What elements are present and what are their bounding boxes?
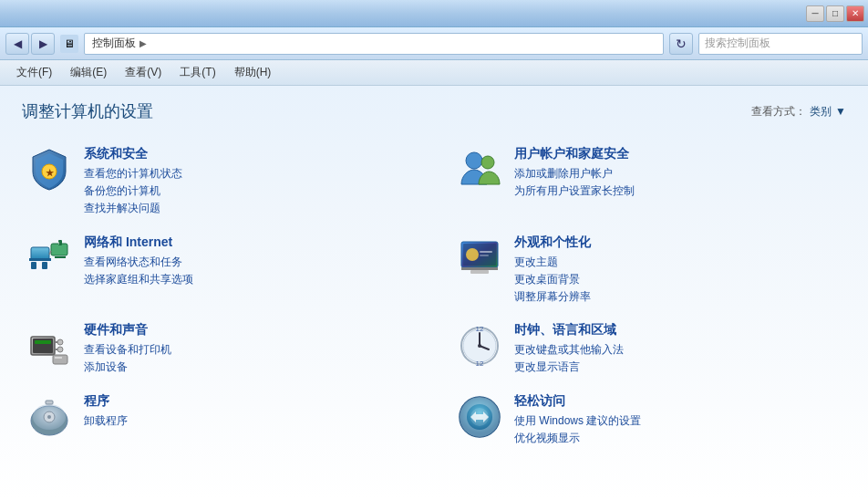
search-box[interactable]: 搜索控制面板 xyxy=(698,33,863,55)
category-title-programs[interactable]: 程序 xyxy=(84,393,412,410)
category-link-appearance[interactable]: 更改主题 xyxy=(514,254,842,271)
svg-point-3 xyxy=(481,156,494,169)
svg-rect-19 xyxy=(480,255,489,256)
svg-rect-6 xyxy=(31,262,36,269)
svg-text:12: 12 xyxy=(476,359,484,368)
category-link-users[interactable]: 为所有用户设置家长控制 xyxy=(514,182,842,200)
svg-point-24 xyxy=(57,339,63,345)
users-icon xyxy=(456,146,503,193)
view-mode-arrow: ▼ xyxy=(835,105,846,118)
svg-rect-4 xyxy=(31,247,49,260)
address-path[interactable]: 控制面板 ▶ xyxy=(84,33,664,55)
category-title-network[interactable]: 网络和 Internet xyxy=(84,234,412,251)
categories-grid: ★ 系统和安全查看您的计算机状态备份您的计算机查找并解决问题 用户帐户和家庭安全… xyxy=(22,141,846,453)
address-bar: ◀ ▶ 🖥 控制面板 ▶ ↻ 搜索控制面板 xyxy=(0,27,868,60)
svg-rect-18 xyxy=(480,251,492,253)
security-icon: ★ xyxy=(26,146,73,193)
category-item-security[interactable]: ★ 系统和安全查看您的计算机状态备份您的计算机查找并解决问题 xyxy=(22,141,416,224)
menu-bar: 文件(F) 编辑(E) 查看(V) 工具(T) 帮助(H) xyxy=(0,60,868,86)
category-item-clock[interactable]: 12 12 时钟、语言和区域更改键盘或其他输入法更改显示语言 xyxy=(452,317,846,381)
main-content: 调整计算机的设置 查看方式： 类别 ▼ ★ 系统和安全查看您的计算机状态备份您的… xyxy=(0,86,868,500)
svg-rect-40 xyxy=(46,401,53,404)
category-link-security[interactable]: 备份您的计算机 xyxy=(84,182,412,200)
access-icon xyxy=(456,393,503,441)
menu-tools[interactable]: 工具(T) xyxy=(172,62,222,83)
category-link-security[interactable]: 查看您的计算机状态 xyxy=(84,165,412,182)
svg-point-26 xyxy=(57,347,63,352)
restore-button[interactable]: □ xyxy=(826,5,844,22)
category-link-appearance[interactable]: 调整屏幕分辨率 xyxy=(514,288,842,306)
title-bar-buttons: ─ □ ✕ xyxy=(806,5,864,22)
page-title: 调整计算机的设置 xyxy=(22,100,153,122)
page-header: 调整计算机的设置 查看方式： 类别 ▼ xyxy=(22,100,846,122)
category-title-users[interactable]: 用户帐户和家庭安全 xyxy=(514,146,842,162)
category-title-hardware[interactable]: 硬件和声音 xyxy=(84,322,412,339)
svg-rect-22 xyxy=(35,340,51,344)
svg-rect-7 xyxy=(42,262,47,269)
clock-icon: 12 12 xyxy=(456,322,503,370)
category-text-clock: 时钟、语言和区域更改键盘或其他输入法更改显示语言 xyxy=(514,322,842,376)
category-text-hardware: 硬件和声音查看设备和打印机添加设备 xyxy=(84,322,412,376)
category-item-access[interactable]: 轻松访问使用 Windows 建议的设置优化视频显示 xyxy=(452,388,846,453)
svg-rect-11 xyxy=(58,242,59,245)
menu-help[interactable]: 帮助(H) xyxy=(227,62,279,83)
category-title-clock[interactable]: 时钟、语言和区域 xyxy=(514,322,842,339)
svg-rect-10 xyxy=(55,256,66,258)
svg-rect-28 xyxy=(55,357,62,359)
svg-rect-5 xyxy=(29,258,51,261)
category-link-network[interactable]: 选择家庭组和共享选项 xyxy=(84,271,412,288)
category-text-security: 系统和安全查看您的计算机状态备份您的计算机查找并解决问题 xyxy=(84,146,412,218)
menu-view[interactable]: 查看(V) xyxy=(118,62,169,83)
svg-point-2 xyxy=(466,152,482,169)
hardware-icon xyxy=(26,322,73,370)
path-arrow: ▶ xyxy=(140,38,147,48)
minimize-button[interactable]: ─ xyxy=(806,5,824,22)
title-bar: ─ □ ✕ xyxy=(0,0,868,27)
nav-buttons: ◀ ▶ xyxy=(5,33,55,55)
svg-text:12: 12 xyxy=(476,325,484,333)
path-root: 控制面板 xyxy=(92,36,136,51)
category-item-users[interactable]: 用户帐户和家庭安全添加或删除用户帐户为所有用户设置家长控制 xyxy=(452,141,846,224)
category-link-users[interactable]: 添加或删除用户帐户 xyxy=(514,165,842,182)
category-text-appearance: 外观和个性化更改主题更改桌面背景调整屏幕分辨率 xyxy=(514,234,842,307)
category-link-clock[interactable]: 更改显示语言 xyxy=(514,359,842,376)
view-mode-selector[interactable]: 查看方式： 类别 ▼ xyxy=(751,104,846,120)
svg-point-33 xyxy=(478,344,481,348)
appearance-icon xyxy=(456,234,503,282)
category-item-network[interactable]: 网络和 Internet查看网络状态和任务选择家庭组和共享选项 xyxy=(22,229,416,312)
back-button[interactable]: ◀ xyxy=(5,33,29,55)
close-button[interactable]: ✕ xyxy=(846,5,864,22)
svg-rect-27 xyxy=(53,355,67,364)
address-icon: 🖥 xyxy=(60,35,78,53)
category-text-users: 用户帐户和家庭安全添加或删除用户帐户为所有用户设置家长控制 xyxy=(514,146,842,200)
category-title-appearance[interactable]: 外观和个性化 xyxy=(514,234,842,251)
network-icon xyxy=(26,234,73,282)
view-mode-value: 类别 xyxy=(810,104,832,120)
svg-rect-15 xyxy=(461,267,498,270)
svg-rect-16 xyxy=(470,270,489,274)
category-text-programs: 程序卸载程序 xyxy=(84,393,412,430)
category-item-hardware[interactable]: 硬件和声音查看设备和打印机添加设备 xyxy=(22,317,416,381)
category-item-appearance[interactable]: 外观和个性化更改主题更改桌面背景调整屏幕分辨率 xyxy=(452,229,846,312)
category-item-programs[interactable]: 程序卸载程序 xyxy=(22,388,416,453)
category-text-access: 轻松访问使用 Windows 建议的设置优化视频显示 xyxy=(514,393,842,447)
category-text-network: 网络和 Internet查看网络状态和任务选择家庭组和共享选项 xyxy=(84,234,412,288)
category-link-network[interactable]: 查看网络状态和任务 xyxy=(84,254,412,271)
category-link-programs[interactable]: 卸载程序 xyxy=(84,412,412,430)
category-link-access[interactable]: 使用 Windows 建议的设置 xyxy=(514,412,842,430)
category-link-security[interactable]: 查找并解决问题 xyxy=(84,200,412,217)
svg-point-39 xyxy=(47,415,51,419)
menu-edit[interactable]: 编辑(E) xyxy=(63,62,114,83)
category-link-clock[interactable]: 更改键盘或其他输入法 xyxy=(514,341,842,359)
programs-icon xyxy=(26,393,73,441)
category-link-hardware[interactable]: 查看设备和打印机 xyxy=(84,341,412,359)
view-mode-label: 查看方式： xyxy=(751,104,806,120)
refresh-button[interactable]: ↻ xyxy=(669,33,693,55)
menu-file[interactable]: 文件(F) xyxy=(9,62,59,83)
category-title-access[interactable]: 轻松访问 xyxy=(514,393,842,410)
category-link-hardware[interactable]: 添加设备 xyxy=(84,359,412,376)
forward-button[interactable]: ▶ xyxy=(31,33,55,55)
category-link-appearance[interactable]: 更改桌面背景 xyxy=(514,271,842,288)
category-link-access[interactable]: 优化视频显示 xyxy=(514,430,842,447)
category-title-security[interactable]: 系统和安全 xyxy=(84,146,412,162)
